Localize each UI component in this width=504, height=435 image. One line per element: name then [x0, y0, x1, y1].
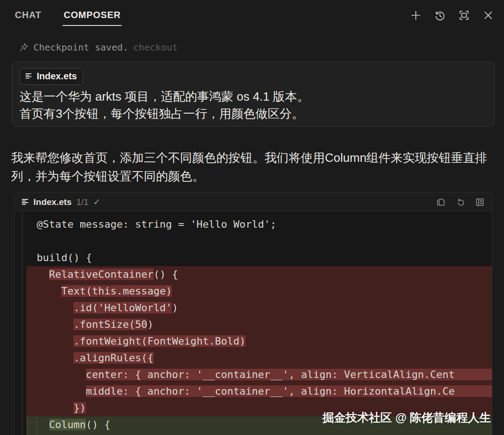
code-line: Text — [14, 433, 492, 435]
code-line: .alignRules({ — [14, 350, 492, 366]
close-icon[interactable] — [482, 9, 495, 22]
new-composer-icon[interactable] — [409, 9, 422, 22]
assistant-message: 我来帮您修改首页，添加三个不同颜色的按钮。我们将使用Column组件来实现按钮垂… — [11, 148, 497, 186]
user-message-line1: 这是一个华为 arkts 项目，适配的事鸿蒙 os 4.1 版本。 — [19, 88, 487, 105]
diff-changed-token: .fontSize(50 — [73, 319, 147, 330]
watermark: 掘金技术社区 @ 陈佬昔编程人生 — [323, 410, 491, 425]
code-line: .fontSize(50) — [14, 316, 492, 333]
revert-icon[interactable] — [455, 197, 466, 208]
checkpoint-row: Checkpoint saved. checkout — [19, 42, 178, 53]
file-lines-icon — [25, 72, 32, 80]
user-message-box: Index.ets 这是一个华为 arkts 项目，适配的事鸿蒙 os 4.1 … — [12, 62, 495, 127]
diff-changed-token: .alignRules({ — [73, 352, 153, 364]
top-bar: CHAT COMPOSER — [0, 0, 504, 31]
diff-changed-token: center: { anchor: '__container__', align… — [86, 369, 492, 380]
code-line: @State message: string = 'Hello World'; — [14, 216, 492, 233]
code-filename[interactable]: Index.ets — [33, 197, 71, 207]
code-lines: @State message: string = 'Hello World';b… — [14, 216, 492, 435]
diff-progress: 1/1 — [76, 197, 88, 207]
checkpoint-label: Checkpoint saved. — [33, 42, 129, 53]
diff-changed-token: middle: { anchor: '__container__', align… — [86, 385, 492, 397]
composer-panel: CHAT COMPOSER — [0, 0, 504, 435]
code-line: middle: { anchor: '__container__', align… — [14, 383, 492, 400]
code-line: center: { anchor: '__container__', align… — [14, 366, 492, 383]
code-line: .fontWeight(FontWeight.Bold) — [14, 333, 492, 350]
pin-icon — [19, 42, 29, 52]
tab-composer[interactable]: COMPOSER — [64, 3, 121, 28]
checkout-link[interactable]: checkout — [133, 42, 178, 53]
file-chip-label: Index.ets — [37, 71, 77, 82]
diff-changed-token: }) — [73, 402, 86, 414]
code-body: @State message: string = 'Hello World';b… — [14, 211, 492, 435]
tab-chat[interactable]: CHAT — [15, 3, 41, 28]
check-icon: ✓ — [93, 197, 101, 207]
topbar-actions — [409, 9, 504, 22]
code-line: .id('HelloWorld') — [14, 300, 492, 316]
diff-changed-token: RelativeContainer — [49, 269, 154, 280]
tab-bar: CHAT COMPOSER — [15, 3, 121, 28]
history-icon[interactable] — [433, 9, 446, 22]
code-diff-block: Index.ets 1/1 ✓ — [14, 192, 492, 435]
code-block-header: Index.ets 1/1 ✓ — [14, 193, 492, 211]
diff-changed-token: .fontWeight(FontWeight.Bold) — [73, 335, 246, 347]
code-line: RelativeContainer() { — [14, 266, 492, 283]
user-message-text: 这是一个华为 arkts 项目，适配的事鸿蒙 os 4.1 版本。 首页有3个按… — [19, 88, 487, 122]
file-chip[interactable]: Index.ets — [19, 68, 83, 85]
open-in-editor-icon[interactable] — [474, 197, 485, 208]
diff-changed-token: Column — [49, 419, 86, 430]
copy-icon[interactable] — [435, 197, 446, 208]
code-header-actions — [435, 197, 485, 208]
diff-changed-token: Text(this.message) — [61, 285, 172, 297]
fullscreen-icon[interactable] — [458, 9, 471, 22]
code-line: build() { — [14, 249, 492, 266]
file-lines-icon — [21, 198, 29, 206]
diff-changed-token: .id('HelloWorld' — [73, 302, 172, 313]
code-line — [14, 233, 492, 249]
user-message-line2: 首页有3个按钮，每个按钮独占一行，用颜色做区分。 — [19, 105, 487, 122]
code-line: Text(this.message) — [14, 283, 492, 300]
